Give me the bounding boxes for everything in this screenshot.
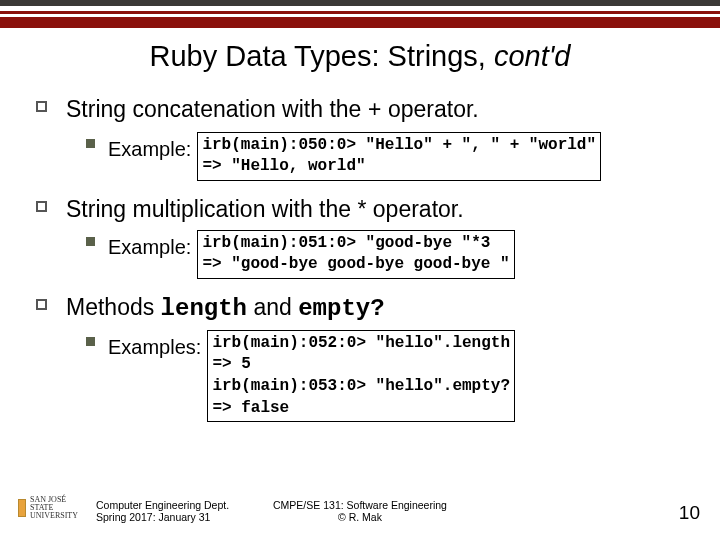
methods-code: irb(main):052:0> "hello".length => 5 irb…: [207, 330, 515, 422]
title-main: Ruby Data Types: Strings,: [150, 40, 494, 72]
content-area: String concatenation with the + operator…: [0, 95, 720, 422]
concat-text-post: operator.: [382, 96, 479, 122]
logo-icon: [18, 499, 26, 517]
mult-text: String multiplication with the * operato…: [66, 196, 464, 222]
logo-line2: UNIVERSITY: [30, 512, 78, 520]
methods-m2: empty?: [298, 295, 384, 322]
slide-title: Ruby Data Types: Strings, cont'd: [0, 40, 720, 73]
methods-and: and: [247, 294, 298, 320]
methods-pre: Methods: [66, 294, 161, 320]
footer-left: Computer Engineering Dept. Spring 2017: …: [96, 499, 229, 524]
bullet-mult: String multiplication with the * operato…: [36, 195, 692, 279]
example-label: Example:: [108, 230, 191, 260]
mult-sublist: Example: irb(main):051:0> "good-bye "*3 …: [86, 230, 692, 279]
slide: Ruby Data Types: Strings, cont'd String …: [0, 0, 720, 540]
footer-mid: CMPE/SE 131: Software Engineering © R. M…: [273, 499, 447, 524]
concat-example-row: Example: irb(main):050:0> "Hello" + ", "…: [108, 132, 692, 181]
concat-sublist: Example: irb(main):050:0> "Hello" + ", "…: [86, 132, 692, 181]
concat-text-pre: String concatenation with the: [66, 96, 368, 122]
sjsu-logo: SAN JOSÉ STATE UNIVERSITY: [18, 492, 78, 524]
methods-example-item: Examples: irb(main):052:0> "hello".lengt…: [86, 330, 692, 422]
methods-example-row: Examples: irb(main):052:0> "hello".lengt…: [108, 330, 692, 422]
footer-mid-l1: CMPE/SE 131: Software Engineering: [273, 499, 447, 512]
footer-left-l1: Computer Engineering Dept.: [96, 499, 229, 512]
concat-code: irb(main):050:0> "Hello" + ", " + "world…: [197, 132, 601, 181]
title-contd: cont'd: [494, 40, 570, 72]
examples-label: Examples:: [108, 330, 201, 360]
concat-plus: +: [368, 98, 382, 124]
logo-text: SAN JOSÉ STATE UNIVERSITY: [30, 496, 78, 520]
logo-line1: SAN JOSÉ STATE: [30, 496, 78, 512]
footer: SAN JOSÉ STATE UNIVERSITY Computer Engin…: [0, 482, 720, 530]
bullet-concat: String concatenation with the + operator…: [36, 95, 692, 181]
page-number: 10: [679, 502, 700, 524]
example-label: Example:: [108, 132, 191, 162]
methods-sublist: Examples: irb(main):052:0> "hello".lengt…: [86, 330, 692, 422]
bullet-list: String concatenation with the + operator…: [36, 95, 692, 422]
decorative-top-bars: [0, 0, 720, 28]
concat-example-item: Example: irb(main):050:0> "Hello" + ", "…: [86, 132, 692, 181]
mult-example-row: Example: irb(main):051:0> "good-bye "*3 …: [108, 230, 692, 279]
bar-maroon-thick: [0, 17, 720, 28]
bullet-methods: Methods length and empty? Examples: irb(…: [36, 293, 692, 422]
methods-line: Methods length and empty?: [66, 294, 385, 320]
methods-m1: length: [161, 295, 247, 322]
footer-mid-l2: © R. Mak: [273, 511, 447, 524]
mult-code: irb(main):051:0> "good-bye "*3 => "good-…: [197, 230, 514, 279]
footer-left-l2: Spring 2017: January 31: [96, 511, 229, 524]
mult-example-item: Example: irb(main):051:0> "good-bye "*3 …: [86, 230, 692, 279]
